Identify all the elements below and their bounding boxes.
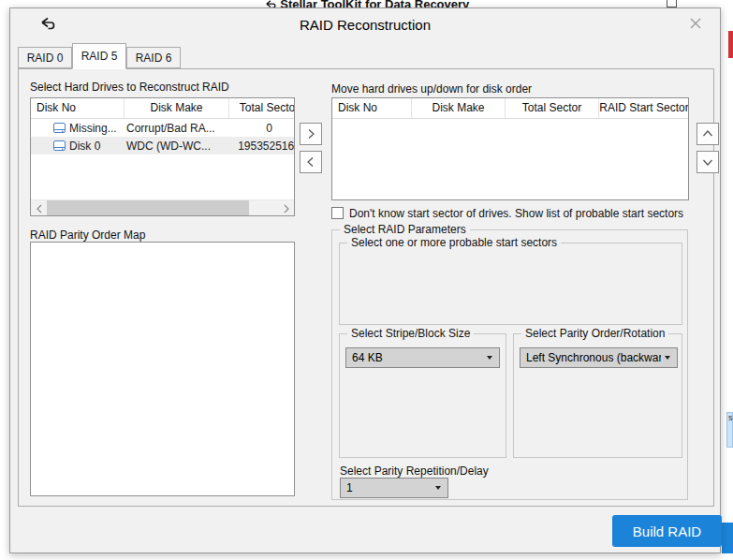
tab-raid-5[interactable]: RAID 5 — [72, 43, 126, 69]
close-button-fragment[interactable] — [728, 31, 733, 58]
parity-repetition-value: 1 — [346, 481, 432, 494]
parity-map-label: RAID Parity Order Map — [30, 228, 145, 242]
drives-table-header: Disk No Disk Make Total Sector — [31, 98, 294, 119]
dropdown-arrow-icon — [435, 486, 441, 490]
column-header-raid-start-sector[interactable]: RAID Start Sector — [599, 98, 689, 118]
build-raid-label: Build RAID — [633, 523, 701, 539]
tab-raid-6[interactable]: RAID 6 — [126, 47, 181, 68]
hard-drive-icon — [53, 140, 66, 151]
scroll-right-icon[interactable] — [278, 200, 294, 216]
dialog-title: RAID Reconstruction — [10, 17, 720, 33]
unknown-start-sector-checkbox[interactable] — [331, 207, 344, 219]
disk-make-value: WDC (WD-WC... — [125, 140, 229, 153]
move-up-button[interactable] — [696, 123, 719, 145]
move-drives-label: Move hard drives up/down for disk order — [331, 82, 532, 96]
column-header-disk-make[interactable]: Disk Make — [412, 98, 506, 118]
chevron-right-icon — [306, 128, 315, 140]
parity-repetition-label: Select Parity Repetition/Delay — [340, 464, 489, 478]
parity-order-group: Select Parity Order/Rotation Left Synchr… — [513, 333, 682, 458]
order-table-header: Disk No Disk Make Total Sector RAID Star… — [332, 98, 688, 119]
close-icon[interactable] — [686, 14, 705, 33]
parity-repetition-dropdown[interactable]: 1 — [340, 478, 448, 498]
background-button-fragment — [722, 523, 733, 553]
move-left-button[interactable] — [300, 151, 322, 173]
chevron-left-icon — [306, 156, 315, 168]
scrollbar-thumb[interactable] — [47, 200, 249, 216]
probable-start-sectors-legend: Select one or more probable start sector… — [347, 236, 561, 249]
move-down-button[interactable] — [696, 151, 719, 173]
total-sector-value: 0 — [229, 122, 295, 135]
disk-no-value: Disk 0 — [69, 140, 100, 153]
chevron-up-icon — [702, 129, 713, 139]
parity-order-legend: Select Parity Order/Rotation — [521, 327, 668, 340]
restore-button-fragment[interactable] — [667, 0, 677, 7]
disk-no-value: Missing... — [69, 122, 117, 135]
stripe-size-legend: Select Stripe/Block Size — [347, 327, 474, 340]
screen: Stellar ToolKit for Data Recovery s RAID… — [0, 0, 733, 560]
chevron-down-icon — [702, 157, 713, 167]
stripe-size-dropdown[interactable]: 64 KB — [345, 347, 500, 368]
unknown-start-sector-label: Don't know start sector of drives. Show … — [349, 207, 683, 220]
horizontal-scrollbar[interactable] — [31, 199, 294, 215]
parity-order-map-box[interactable] — [30, 242, 295, 496]
column-header-total-sector[interactable]: Total Sector — [506, 98, 599, 118]
dropdown-arrow-icon — [487, 356, 492, 360]
stripe-size-value: 64 KB — [352, 351, 483, 364]
drives-table[interactable]: Disk No Disk Make Total Sector Missing..… — [30, 97, 295, 216]
hard-drive-icon — [53, 123, 66, 133]
parity-order-dropdown[interactable]: Left Synchronous (backward — [520, 347, 678, 368]
stripe-size-group: Select Stripe/Block Size 64 KB — [339, 333, 506, 458]
dropdown-arrow-icon — [665, 356, 670, 360]
select-drives-label: Select Hard Drives to Reconstruct RAID — [30, 81, 229, 94]
total-sector-value: 1953525168 — [229, 140, 295, 153]
probable-start-sectors-group[interactable]: Select one or more probable start sector… — [339, 243, 682, 325]
column-header-disk-no[interactable]: Disk No — [31, 98, 125, 118]
tab-raid-0[interactable]: RAID 0 — [18, 47, 72, 68]
table-row[interactable]: Disk 0 WDC (WD-WC... 1953525168 — [31, 137, 294, 155]
raid-parameters-group: Select RAID Parameters Select one or mor… — [331, 229, 688, 500]
table-row[interactable]: Missing... Corrupt/Bad RA... 0 — [31, 119, 294, 137]
column-header-total-sector[interactable]: Total Sector — [229, 98, 295, 118]
parity-order-value: Left Synchronous (backward — [526, 351, 661, 364]
background-list-fragment: s — [726, 412, 733, 448]
raid-reconstruction-dialog: RAID Reconstruction RAID 0 RAID 5 RAID 6… — [9, 7, 721, 553]
scroll-left-icon[interactable] — [31, 200, 47, 216]
disk-make-value: Corrupt/Bad RA... — [125, 122, 229, 135]
raid-parameters-legend: Select RAID Parameters — [340, 223, 470, 236]
move-right-button[interactable] — [300, 123, 322, 145]
raid5-tab-panel: Select Hard Drives to Reconstruct RAID D… — [18, 68, 714, 507]
column-header-disk-no[interactable]: Disk No — [332, 98, 412, 118]
column-header-disk-make[interactable]: Disk Make — [125, 98, 229, 118]
build-raid-button[interactable]: Build RAID — [612, 515, 722, 547]
disk-order-table[interactable]: Disk No Disk Make Total Sector RAID Star… — [331, 97, 689, 200]
